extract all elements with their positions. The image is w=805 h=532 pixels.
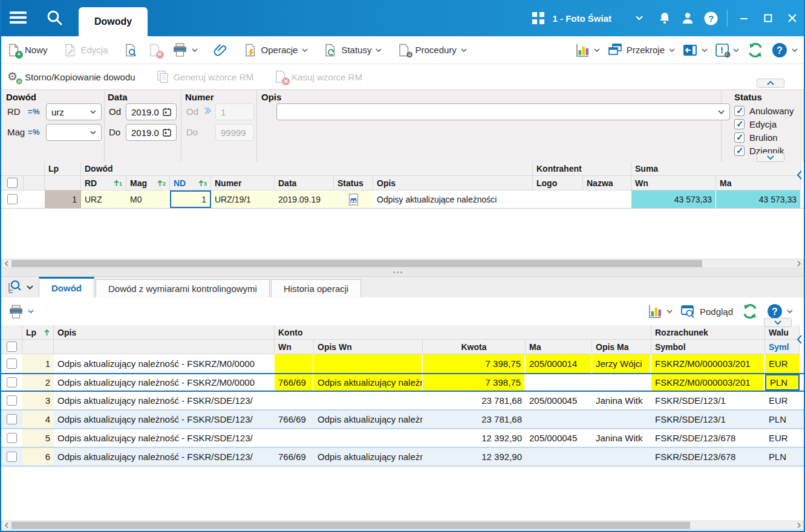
- cell-suma-wn[interactable]: 43 573,33: [631, 190, 716, 208]
- cell-ma[interactable]: [526, 374, 592, 391]
- maximize-icon[interactable]: [760, 14, 776, 22]
- cell-waluta[interactable]: PLN: [765, 448, 800, 465]
- cell-wn[interactable]: 766/69: [275, 374, 314, 391]
- filter-collapse-button[interactable]: [757, 79, 784, 88]
- col-group-konto[interactable]: Konto: [275, 325, 651, 340]
- col-header-ma[interactable]: Ma: [526, 340, 592, 354]
- col-group-lp[interactable]: Lp: [45, 162, 81, 176]
- cell-opis[interactable]: Odpis aktualizujący należność - FSKR/SDE…: [54, 392, 275, 409]
- col-header-mag[interactable]: Mag 2: [126, 176, 170, 190]
- status-checkbox-dziennik[interactable]: [734, 146, 745, 156]
- col-header-status[interactable]: Status: [334, 176, 373, 190]
- detail-help-button[interactable]: ?: [767, 303, 793, 319]
- cell-ma[interactable]: 205/000045: [526, 429, 592, 447]
- col-header-nazwa[interactable]: Nazwa: [583, 176, 631, 190]
- cell-waluta-selected[interactable]: PLN: [765, 374, 800, 391]
- cell-logo[interactable]: [533, 190, 583, 208]
- row-checkbox[interactable]: [7, 358, 17, 369]
- attachments-button[interactable]: [213, 43, 228, 57]
- cell-kwota[interactable]: 23 781,68: [423, 392, 526, 409]
- scroll-right-icon[interactable]: [794, 259, 803, 268]
- cell-opis-ma[interactable]: Janina Witk: [592, 392, 651, 409]
- cell-opis[interactable]: Odpis aktualizujący należność - FSKR/SDE…: [54, 410, 275, 428]
- cell-wn[interactable]: 766/69: [275, 410, 314, 428]
- cell-wn[interactable]: [275, 354, 314, 373]
- detail-print-button[interactable]: [8, 305, 34, 319]
- status-checkbox-brulion[interactable]: [734, 132, 745, 143]
- numer-to-input[interactable]: [215, 124, 254, 141]
- chevron-down-icon[interactable]: [636, 16, 643, 21]
- table-row[interactable]: 1 Odpis aktualizujący należność - FSKRZ/…: [1, 354, 804, 373]
- table-row-selected[interactable]: 2 Odpis aktualizujący należność - FSKRZ/…: [1, 373, 804, 392]
- calendar-icon[interactable]: [163, 108, 171, 116]
- col-header-lp[interactable]: Lp: [22, 325, 54, 340]
- col-header-nd[interactable]: ND 3: [170, 176, 211, 190]
- col-header-opis-wn[interactable]: Opis Wn: [314, 340, 423, 354]
- cell-lp[interactable]: 3: [22, 392, 54, 409]
- scroll-right-icon[interactable]: [794, 521, 803, 530]
- chart-button[interactable]: [575, 43, 600, 57]
- table-row[interactable]: 6 Odpis aktualizujący należność - FSKR/S…: [1, 448, 804, 467]
- cell-wn[interactable]: [275, 429, 314, 447]
- mag-select[interactable]: [46, 124, 102, 141]
- numer-from-input[interactable]: [215, 103, 254, 120]
- cell-wn[interactable]: 766/69: [275, 448, 314, 465]
- table-row[interactable]: 4 Odpis aktualizujący należność - FSKR/S…: [1, 410, 804, 429]
- panel-collapse-left-icon[interactable]: [797, 170, 802, 180]
- cell-lp[interactable]: 2: [22, 374, 54, 391]
- opis-combobox[interactable]: [276, 103, 730, 120]
- panel-layout-button[interactable]: [683, 44, 708, 57]
- status-checkbox-edycja[interactable]: [734, 119, 745, 129]
- doc-search-button[interactable]: [124, 44, 137, 57]
- menu-icon[interactable]: [10, 10, 27, 25]
- cell-opis[interactable]: Odpisy aktualizujące należności: [373, 190, 533, 208]
- cell-lp[interactable]: 1: [45, 190, 81, 208]
- col-header-logo[interactable]: Logo: [533, 176, 583, 190]
- cell-opis-ma[interactable]: [592, 410, 651, 428]
- alerts-settings-button[interactable]: ! ⚙: [715, 44, 739, 57]
- cell-mag[interactable]: M0: [126, 190, 170, 208]
- cell-data[interactable]: 2019.09.19: [275, 190, 334, 208]
- cell-wn[interactable]: [275, 392, 314, 409]
- status-scroll-down-button[interactable]: [757, 153, 784, 162]
- col-header-rd[interactable]: RD 1: [81, 176, 126, 190]
- cell-waluta[interactable]: EUR: [765, 392, 800, 409]
- sections-button[interactable]: Przekroje: [608, 43, 675, 57]
- help-menu-button[interactable]: ?: [772, 42, 798, 58]
- select-all-checkbox[interactable]: [7, 178, 18, 188]
- cell-numer[interactable]: URZ/19/1: [211, 190, 275, 208]
- compare-chevrons-icon[interactable]: [203, 106, 212, 115]
- close-icon[interactable]: [784, 14, 800, 22]
- cell-lp[interactable]: 6: [22, 448, 54, 465]
- table-row[interactable]: 5 Odpis aktualizujący należność - FSKR/S…: [1, 429, 804, 448]
- col-header-wn[interactable]: Wn: [275, 340, 314, 354]
- cell-ma[interactable]: 205/000045: [526, 392, 592, 409]
- cell-opis-wn[interactable]: Odpis aktualizujący należności: [314, 374, 423, 391]
- col-header-opis[interactable]: Opis: [373, 176, 533, 190]
- cell-opis-ma[interactable]: Janina Witk: [592, 429, 651, 447]
- col-header-kwota[interactable]: Kwota: [423, 340, 526, 354]
- edit-button[interactable]: Edycja: [64, 44, 108, 57]
- cell-opis[interactable]: Odpis aktualizujący należność - FSKR/SDE…: [54, 448, 275, 465]
- company-selector[interactable]: 1 - Foto Świat: [553, 13, 612, 24]
- mag-operator[interactable]: =%: [28, 128, 40, 137]
- col-header-data[interactable]: Data: [275, 176, 334, 190]
- status-checkbox-anulowany[interactable]: [734, 106, 745, 116]
- detail-collapse-button[interactable]: [764, 318, 792, 327]
- preview-button[interactable]: Podgląd: [681, 305, 733, 318]
- cell-opis-ma[interactable]: [592, 448, 651, 465]
- row-checkbox[interactable]: [7, 194, 18, 204]
- cell-kwota[interactable]: 7 398,75: [423, 374, 526, 391]
- table-row[interactable]: 1 URZ M0 1 URZ/19/1 2019.09.19 Odpisy ak…: [1, 190, 804, 209]
- lower-horizontal-scrollbar[interactable]: [1, 521, 804, 530]
- cell-waluta[interactable]: EUR: [765, 429, 800, 447]
- cell-symbol[interactable]: FSKR/SDE/123/678: [651, 448, 765, 465]
- rd-select[interactable]: urz: [46, 103, 102, 120]
- cell-lp[interactable]: 5: [22, 429, 54, 447]
- select-all-checkbox[interactable]: [7, 342, 17, 352]
- print-button[interactable]: [172, 43, 198, 57]
- cell-nd-selected[interactable]: 1: [170, 190, 211, 208]
- cell-waluta[interactable]: PLN: [765, 410, 800, 428]
- cell-opis-ma[interactable]: [592, 374, 651, 391]
- date-to-input[interactable]: [126, 124, 177, 141]
